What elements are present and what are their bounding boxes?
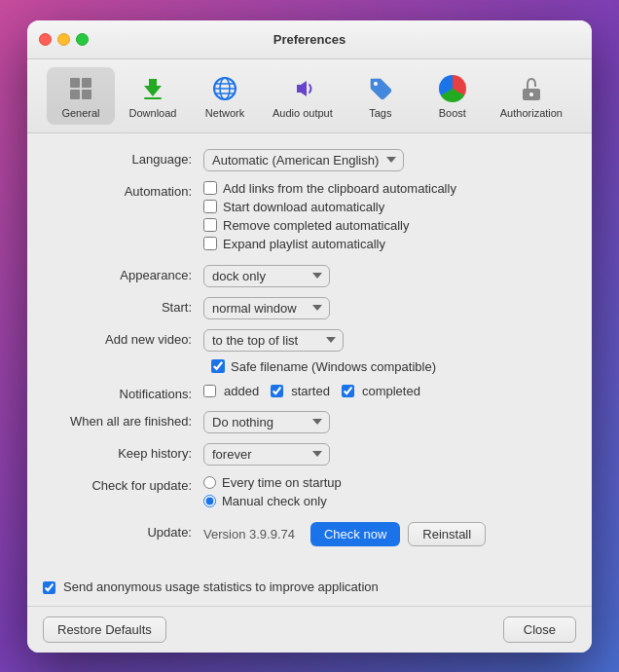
toolbar: General Download Network [27, 59, 592, 133]
audio-icon [287, 73, 318, 104]
expand-playlist-checkbox[interactable] [203, 237, 217, 250]
language-content: Automatic (American English) [192, 149, 568, 171]
check-update-manual: Manual check only [203, 494, 568, 508]
toolbar-item-audio[interactable]: Audio output [263, 67, 343, 125]
add-new-video-row: Add new video: to the top of list to the… [51, 329, 568, 374]
start-label: Start: [51, 297, 192, 315]
svg-marker-4 [144, 79, 162, 96]
auth-label: Authorization [500, 107, 563, 119]
when-finished-label: When all are finished: [51, 411, 192, 429]
automation-add-links: Add links from the clipboard automatical… [203, 181, 568, 196]
keep-history-content: forever 1 week 1 month never [192, 443, 568, 466]
automation-start-download: Start download automatically [203, 200, 568, 214]
svg-rect-0 [70, 78, 80, 88]
toolbar-item-boost[interactable]: Boost [419, 67, 487, 125]
update-inline: Version 3.9.9.74 Check now Reinstall [203, 522, 568, 546]
appearance-label: Appearance: [51, 265, 192, 282]
automation-content: Add links from the clipboard automatical… [192, 181, 568, 255]
add-new-video-label: Add new video: [51, 329, 192, 347]
check-update-manual-radio[interactable] [203, 495, 216, 507]
download-icon [137, 73, 168, 104]
check-update-label: Check for update: [51, 475, 192, 493]
titlebar: Preferences [27, 20, 592, 59]
general-label: General [61, 107, 99, 119]
close-traffic-light[interactable] [39, 33, 52, 46]
safe-filename-text: Safe filename (Windows compatible) [231, 359, 436, 374]
remove-completed-checkbox[interactable] [203, 218, 217, 232]
svg-rect-2 [70, 90, 80, 99]
start-select[interactable]: normal window minimized hidden [203, 297, 330, 319]
when-finished-row: When all are finished: Do nothing Quit a… [51, 411, 568, 433]
anon-row: Send anonymous usage statistics to impro… [27, 572, 592, 606]
notifications-label: Notifications: [51, 384, 192, 401]
svg-point-11 [374, 82, 378, 86]
safe-filename-row: Safe filename (Windows compatible) [211, 359, 436, 374]
maximize-traffic-light[interactable] [76, 33, 89, 46]
minimize-traffic-light[interactable] [57, 33, 70, 46]
appearance-row: Appearance: dock only all windows menu b… [51, 265, 568, 287]
toolbar-item-general[interactable]: General [47, 67, 115, 125]
anon-text: Send anonymous usage statistics to impro… [63, 579, 379, 594]
when-finished-content: Do nothing Quit application Sleep Shut d… [192, 411, 568, 433]
language-row: Language: Automatic (American English) [51, 149, 568, 171]
traffic-lights [39, 33, 89, 46]
language-select[interactable]: Automatic (American English) [203, 149, 404, 171]
svg-rect-1 [82, 78, 91, 88]
automation-remove-completed: Remove completed automatically [203, 218, 568, 233]
add-new-video-select[interactable]: to the top of list to the bottom of list [203, 329, 344, 352]
add-links-checkbox[interactable] [203, 181, 217, 195]
add-links-text: Add links from the clipboard automatical… [223, 181, 456, 196]
boost-icon [437, 73, 468, 104]
audio-label: Audio output [273, 107, 333, 119]
preferences-window: Preferences General Download [27, 20, 592, 653]
close-button[interactable]: Close [503, 616, 576, 643]
network-icon [209, 73, 240, 104]
notif-started-checkbox[interactable] [271, 385, 283, 397]
svg-point-13 [529, 93, 533, 96]
safe-filename-checkbox[interactable] [211, 359, 225, 373]
toolbar-item-download[interactable]: Download [119, 67, 187, 125]
general-icon [65, 73, 96, 104]
appearance-select[interactable]: dock only all windows menu bar only [203, 265, 330, 287]
notif-completed-checkbox[interactable] [342, 385, 354, 397]
tags-label: Tags [369, 107, 391, 119]
notif-added-checkbox[interactable] [203, 385, 216, 397]
boost-label: Boost [439, 107, 466, 119]
keep-history-select[interactable]: forever 1 week 1 month never [203, 443, 330, 466]
when-finished-select[interactable]: Do nothing Quit application Sleep Shut d… [203, 411, 330, 433]
check-update-manual-text: Manual check only [222, 494, 327, 508]
update-row: Update: Version 3.9.9.74 Check now Reins… [51, 522, 568, 546]
restore-defaults-button[interactable]: Restore Defaults [43, 616, 166, 643]
update-content: Version 3.9.9.74 Check now Reinstall [192, 522, 568, 546]
check-update-content: Every time on startup Manual check only [192, 475, 568, 512]
notif-completed-text: completed [362, 384, 420, 398]
notif-started-text: started [291, 384, 330, 398]
automation-label: Automation: [51, 181, 192, 199]
notifications-row: Notifications: added started completed [51, 384, 568, 401]
notif-added-text: added [224, 384, 259, 398]
keep-history-row: Keep history: forever 1 week 1 month nev… [51, 443, 568, 466]
toolbar-item-tags[interactable]: Tags [346, 67, 415, 125]
add-new-video-content: to the top of list to the bottom of list… [192, 329, 568, 374]
check-update-startup-text: Every time on startup [222, 475, 342, 490]
window-title: Preferences [273, 32, 346, 47]
start-content: normal window minimized hidden [192, 297, 568, 319]
reinstall-button[interactable]: Reinstall [408, 522, 486, 546]
svg-rect-3 [82, 90, 91, 99]
check-now-button[interactable]: Check now [310, 522, 400, 546]
check-update-startup-radio[interactable] [203, 476, 216, 489]
notifications-content: added started completed [192, 384, 568, 398]
keep-history-label: Keep history: [51, 443, 192, 461]
automation-row: Automation: Add links from the clipboard… [51, 181, 568, 255]
expand-playlist-text: Expand playlist automatically [223, 237, 385, 251]
toolbar-item-network[interactable]: Network [191, 67, 259, 125]
notifications-inline: added started completed [203, 384, 568, 398]
version-text: Version 3.9.9.74 [203, 527, 295, 541]
bottom-bar: Restore Defaults Close [27, 606, 592, 653]
auth-icon [516, 73, 547, 104]
toolbar-item-auth[interactable]: Authorization [491, 67, 572, 125]
anon-checkbox[interactable] [43, 581, 55, 594]
download-label: Download [129, 107, 177, 119]
start-download-checkbox[interactable] [203, 200, 217, 213]
language-label: Language: [51, 149, 192, 167]
